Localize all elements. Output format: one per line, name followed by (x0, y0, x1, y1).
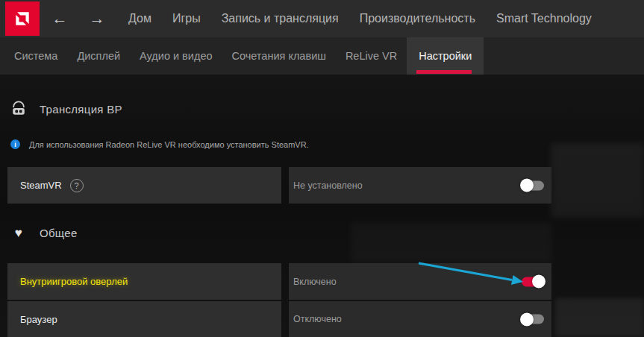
toggle-knob (520, 312, 534, 326)
steamvr-toggle[interactable] (522, 180, 544, 190)
nav-item-performance[interactable]: Производительность (360, 12, 475, 25)
tab-hotkeys[interactable]: Сочетания клавиш (222, 37, 336, 75)
info-note: i Для использования Radeon ReLive VR нео… (10, 139, 309, 149)
browser-status-text: Отключено (293, 314, 342, 324)
overlay-row-value: Включено (289, 263, 551, 300)
forward-arrow-icon[interactable]: → (88, 0, 106, 37)
browser-toggle[interactable] (522, 315, 544, 324)
vr-headset-icon (10, 101, 27, 117)
nav-item-smart-technology[interactable]: Smart Technology (496, 12, 592, 25)
overlay-toggle[interactable] (522, 277, 544, 286)
heart-icon: ♥ (10, 224, 27, 241)
section-header-general: ♥ Общее (10, 224, 78, 241)
tab-system[interactable]: Система (4, 37, 67, 75)
steamvr-status-text: Не установлено (293, 180, 363, 191)
background-glow (555, 298, 644, 337)
browser-label-text: Браузер (20, 314, 57, 325)
overlay-row-label: Внутриигровой оверлей (7, 263, 281, 300)
overlay-status-text: Включено (293, 277, 337, 287)
section-header-vr-streaming: Трансляция ВР (10, 101, 122, 117)
section-title: Трансляция ВР (40, 103, 122, 116)
background-glow (551, 143, 644, 218)
tab-display[interactable]: Дисплей (67, 37, 130, 75)
nav-item-home[interactable]: Дом (128, 12, 151, 25)
section-title: Общее (40, 227, 78, 239)
top-navigation-bar: ← → Дом Игры Запись и трансляция Произво… (0, 0, 644, 37)
steamvr-label-text: SteamVR (20, 180, 62, 191)
tab-relive-vr[interactable]: ReLive VR (336, 37, 407, 75)
radeon-settings-window: ← → Дом Игры Запись и трансляция Произво… (0, 0, 644, 337)
nav-item-record-stream[interactable]: Запись и трансляция (222, 12, 339, 25)
nav-item-gaming[interactable]: Игры (172, 12, 201, 25)
info-icon: i (10, 139, 20, 149)
tab-audio-video[interactable]: Аудио и видео (130, 37, 222, 75)
tab-settings[interactable]: Настройки (407, 37, 484, 75)
overlay-label-text: Внутриигровой оверлей (20, 276, 128, 287)
toggle-knob (520, 179, 534, 192)
info-note-text: Для использования Radeon ReLive VR необх… (29, 140, 309, 149)
amd-logo[interactable] (5, 1, 40, 36)
amd-arrow-icon (11, 7, 34, 30)
browser-row-label: Браузер (7, 301, 281, 337)
steamvr-row-value: Не установлено (289, 167, 551, 204)
browser-row-value: Отключено (289, 301, 551, 337)
background-glow (351, 222, 552, 263)
help-icon[interactable]: ? (70, 179, 84, 192)
steamvr-row-label: SteamVR ? (7, 167, 281, 204)
back-arrow-icon[interactable]: ← (51, 0, 69, 37)
secondary-tab-bar: Система Дисплей Аудио и видео Сочетания … (0, 37, 644, 75)
toggle-knob (532, 275, 545, 289)
